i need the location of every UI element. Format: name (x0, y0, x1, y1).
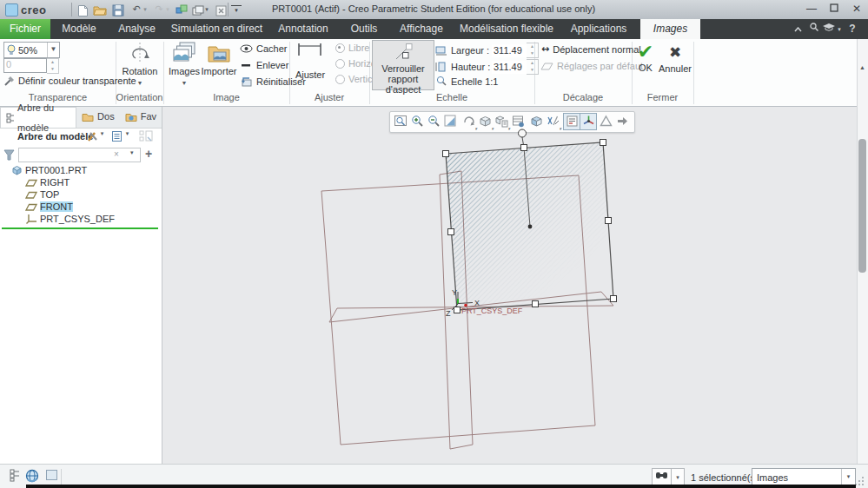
images-dropdown-icon[interactable]: ▼ (182, 80, 188, 86)
panel-tab-favorites[interactable]: Fav (120, 107, 162, 127)
creo-window: creo ↶ ▾ ↷ ▾ ▾ ▾ PRT0001 (Actif) - Creo … (0, 0, 868, 488)
minimize-button[interactable]: — (801, 0, 822, 17)
axis-z-label: Z (446, 309, 451, 318)
tab-outils[interactable]: Outils (339, 19, 389, 39)
windows-dropdown-icon[interactable]: ▾ (202, 2, 211, 17)
redo-dropdown-icon[interactable]: ▾ (163, 2, 172, 17)
scroll-up-icon[interactable]: ▲ (858, 64, 867, 70)
tree-search-input[interactable] (18, 148, 141, 162)
rotation-button[interactable]: Rotation ▼ (119, 42, 161, 90)
ajuster-button[interactable]: Ajuster (291, 42, 329, 85)
images-stack-icon (172, 42, 196, 64)
images-button[interactable]: Images ▼ (168, 42, 201, 90)
tab-applications[interactable]: Applications (560, 19, 638, 39)
tab-images[interactable]: Images (640, 19, 700, 39)
maximize-button[interactable] (824, 0, 845, 17)
panel-tab-folder-browser[interactable]: Dos (76, 107, 120, 127)
selection-filter-combo[interactable]: Images ▾ (752, 468, 856, 486)
creo-logo-icon (5, 3, 18, 16)
rotation-dropdown-icon[interactable]: ▼ (137, 80, 143, 86)
full-screen-icon[interactable] (43, 469, 59, 485)
undo-dropdown-icon[interactable]: ▾ (141, 2, 149, 17)
enlever-button[interactable]: Enlever (240, 60, 288, 70)
panel-tab-model-tree[interactable]: Arbre du modèle (0, 107, 76, 128)
ribbon-images: 50% ▼ 0 ▲▼ Définir couleur transparente … (0, 39, 868, 107)
annuler-button[interactable]: ✖ Annuler (658, 41, 692, 89)
hauteur-input[interactable] (492, 61, 527, 74)
find-tool-button[interactable] (652, 468, 672, 486)
tree-settings-dropdown-icon[interactable]: ▾ (98, 130, 106, 143)
tab-analyse[interactable]: Analyse (108, 19, 166, 39)
group-label-ajuster: Ajuster (289, 92, 369, 104)
close-button[interactable]: ✕ (846, 0, 867, 17)
tab-annotation[interactable]: Annotation (268, 19, 339, 39)
tree-item-front[interactable]: FRONT (0, 201, 187, 213)
scrollbar-thumb[interactable] (858, 139, 866, 273)
import-folder-icon (207, 42, 231, 64)
spinner-arrows-icon[interactable]: ▲▼ (47, 58, 59, 74)
command-search-icon[interactable] (807, 22, 821, 36)
define-transparent-color-button[interactable]: Définir couleur transparente (3, 75, 136, 87)
transparency-dropdown-icon[interactable]: ▼ (47, 43, 59, 57)
largeur-input[interactable] (492, 44, 527, 57)
tab-simulation[interactable]: Simulation en direct (166, 19, 268, 39)
filter-dropdown-icon[interactable]: ▾ (841, 469, 855, 485)
tree-item-right[interactable]: RIGHT (0, 176, 187, 188)
group-label-fermer: Fermer (632, 92, 693, 104)
cacher-button[interactable]: Cacher (240, 43, 287, 54)
regenerate-button[interactable] (174, 2, 189, 17)
qat-customize-icon[interactable]: ▾ (231, 5, 242, 15)
echelle-1-1-button[interactable]: Echelle 1:1 (435, 76, 498, 87)
save-button[interactable] (110, 2, 126, 17)
deplacement-normal-button[interactable]: ↔ Déplacement normal (541, 43, 641, 55)
tree-filters-icon[interactable] (110, 130, 123, 143)
close-window-tool-button[interactable] (213, 2, 229, 17)
group-label-image: Image (163, 92, 289, 104)
tab-modelisation-flexible[interactable]: Modélisation flexible (454, 19, 560, 39)
folder-icon (82, 112, 94, 122)
help-icon[interactable]: ? (845, 22, 859, 36)
open-file-button[interactable] (92, 2, 108, 17)
learning-resources-icon[interactable] (822, 22, 836, 36)
hauteur-spinner-icon[interactable]: ▲▼ (527, 59, 539, 75)
tree-filters-dropdown-icon[interactable]: ▾ (123, 130, 131, 143)
tab-fichier[interactable]: Fichier (0, 19, 50, 39)
importer-button[interactable]: Importer (201, 42, 237, 90)
find-dropdown-icon[interactable]: ▾ (672, 468, 685, 486)
new-file-button[interactable] (75, 2, 90, 17)
search-dropdown-icon[interactable]: ▾ (130, 149, 134, 156)
radio-libre[interactable]: Libre (335, 43, 369, 53)
tree-columns-icon[interactable] (139, 130, 152, 143)
largeur-spinner-icon[interactable]: ▲▼ (527, 43, 539, 58)
transparency-combo[interactable]: 50% ▼ (3, 42, 60, 58)
tree-item-top[interactable]: TOP (0, 188, 187, 201)
transparency-spinner[interactable]: 0 ▲▼ (3, 58, 59, 74)
cancel-x-icon: ✖ (669, 43, 681, 61)
image-pivot-dot[interactable] (528, 225, 533, 229)
clear-search-icon[interactable]: × (114, 149, 119, 159)
panel-tab-bar: Arbre du modèle Dos Fav (0, 107, 162, 129)
graphics-area[interactable]: ▾ ▾ ▾ ▾ (162, 107, 857, 464)
lock-aspect-ratio-button[interactable]: Verrouiller rapport d'aspect (372, 40, 434, 90)
web-browser-icon[interactable] (24, 469, 40, 485)
csys-name-label: PRT_CSYS_DEF (461, 307, 523, 315)
add-filter-icon[interactable]: + (145, 147, 152, 161)
tree-item-csys[interactable]: PRT_CSYS_DEF (0, 213, 187, 225)
reset-icon (240, 76, 253, 87)
tab-modele[interactable]: Modèle (50, 19, 108, 39)
resize-grip[interactable] (855, 475, 865, 487)
toggle-model-tree-icon[interactable] (7, 469, 23, 485)
ok-button[interactable]: ✔ OK (633, 41, 658, 89)
tab-affichage[interactable]: Affichage (389, 19, 454, 39)
largeur-row: Largeur : ▲▼ (435, 43, 539, 58)
tree-item-part[interactable]: PRT0001.PRT (0, 164, 173, 176)
model-viewport[interactable]: Y X Z PRT_CSYS_DEF (162, 107, 857, 464)
reglages-par-defaut-button[interactable]: Réglages par défaut (540, 61, 643, 71)
resources-dropdown-icon[interactable]: ▾ (835, 22, 844, 36)
eye-icon (240, 44, 253, 53)
tree-settings-icon[interactable] (85, 130, 98, 143)
collapse-ribbon-icon[interactable] (791, 22, 805, 36)
lock-aspect-icon (393, 43, 414, 62)
rotate-handle[interactable] (519, 129, 527, 137)
eyedropper-icon (3, 75, 16, 87)
